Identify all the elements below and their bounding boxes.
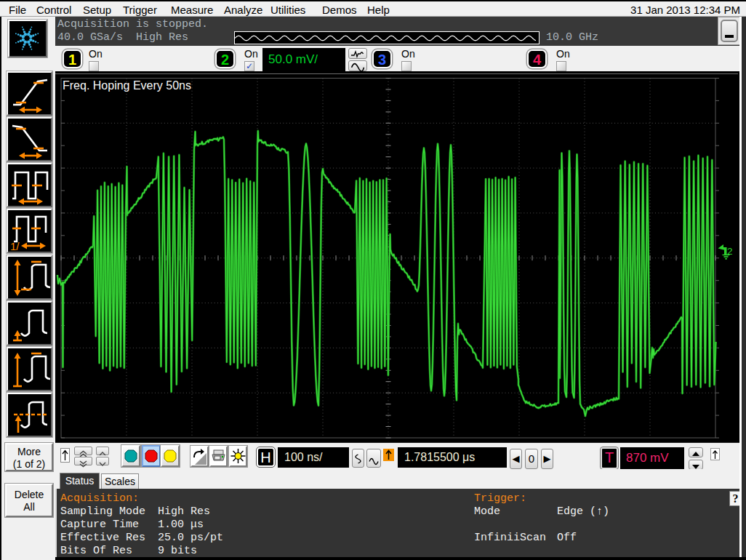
- svg-text:2: 2: [727, 246, 733, 257]
- svg-text:1/: 1/: [10, 240, 20, 252]
